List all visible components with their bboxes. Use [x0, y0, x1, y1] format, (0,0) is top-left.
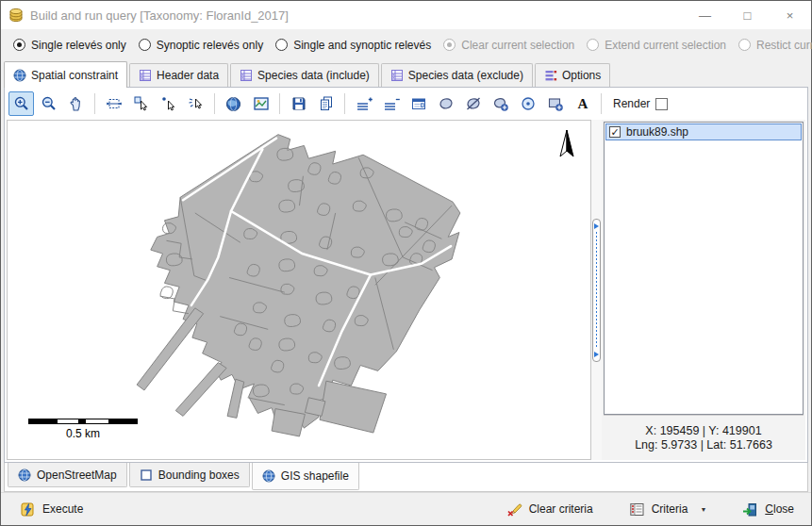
title-bar: Build and run query [Taxonomy: FloranId_…	[1, 1, 811, 29]
tab-spatial-constraint[interactable]: Spatial constraint	[4, 61, 127, 88]
toolbar-separator	[214, 93, 215, 114]
circle-point-icon	[520, 95, 537, 112]
window-title: Build and run query [Taxonomy: FloranId_…	[30, 8, 289, 23]
main-tabstrip: Spatial constraint Header data Species d…	[1, 60, 811, 87]
copy-button[interactable]	[313, 91, 339, 116]
tab-label: GIS shapefile	[281, 469, 349, 483]
deselect-button[interactable]	[183, 91, 208, 116]
point-tool-button[interactable]	[515, 91, 540, 116]
globe-icon	[225, 96, 241, 112]
radio-single-releves[interactable]: Single relevés only	[13, 39, 126, 52]
execute-icon	[20, 501, 36, 518]
tab-label: Spatial constraint	[31, 69, 118, 82]
globe-icon	[18, 468, 31, 482]
toolbar-separator	[94, 93, 95, 114]
globe-icon	[262, 469, 275, 483]
layer-item-bruuk89[interactable]: ✓ bruuk89.shp	[605, 123, 802, 140]
radio-label: Single relevés only	[31, 39, 126, 52]
save-button[interactable]	[286, 91, 311, 116]
radio-restrict-selection: Restict current selection	[738, 39, 812, 52]
zoom-out-icon	[41, 95, 58, 112]
spatial-constraint-page: A Render	[4, 87, 808, 463]
radio-circle	[587, 39, 599, 51]
pan-button[interactable]	[63, 91, 89, 116]
scale-bar-line	[28, 419, 138, 424]
database-icon	[8, 8, 24, 23]
tab-species-exclude[interactable]: Species data (exclude)	[381, 63, 533, 87]
image-add-button[interactable]	[542, 91, 568, 116]
polygon-add-button[interactable]	[488, 91, 513, 116]
form-window-icon	[410, 95, 427, 112]
layer-label: bruuk89.shp	[626, 125, 688, 139]
xy-coordinates: X: 195459 | Y: 419901	[645, 424, 761, 437]
button-label: Close	[765, 502, 794, 516]
close-dialog-button[interactable]: Close	[737, 498, 800, 521]
tab-label: Header data	[157, 69, 219, 82]
tab-bounding-boxes[interactable]: Bounding boxes	[129, 463, 250, 487]
select-rectangle-button[interactable]	[128, 91, 154, 116]
splitter-grip[interactable]	[592, 219, 601, 362]
radio-extend-selection: Extend current selection	[587, 39, 726, 52]
radio-synoptic-releves[interactable]: Synoptic relevés only	[139, 39, 263, 52]
radio-label: Restict current selection	[756, 39, 812, 52]
remove-layer-button[interactable]	[378, 91, 404, 116]
coordinate-status: X: 195459 | Y: 419901 Lng: 5.9733 | Lat:…	[604, 415, 804, 460]
tab-label: OpenStreetMap	[37, 468, 117, 482]
minimize-button[interactable]: —	[684, 1, 726, 29]
text-tool-icon: A	[574, 95, 591, 112]
polygon-button[interactable]	[433, 91, 458, 116]
radio-single-and-synoptic[interactable]: Single and synoptic relevés	[275, 39, 431, 52]
scale-bar: 0.5 km	[28, 419, 138, 440]
layer-list[interactable]: ✓ bruuk89.shp	[604, 122, 804, 415]
criteria-icon	[629, 501, 645, 518]
polygon-edit-button[interactable]	[460, 91, 486, 116]
bounding-box-icon	[140, 468, 153, 482]
criteria-dropdown-arrow-icon[interactable]: ▼	[700, 506, 706, 513]
radio-label: Extend current selection	[605, 39, 726, 52]
tab-openstreetmap[interactable]: OpenStreetMap	[8, 463, 127, 487]
tab-options[interactable]: Options	[535, 63, 610, 87]
table-icon	[240, 69, 253, 82]
tab-header-data[interactable]: Header data	[129, 63, 228, 87]
select-point-button[interactable]	[156, 91, 181, 116]
scale-bar-label: 0.5 km	[28, 427, 138, 440]
splitter-arrow-icon	[594, 352, 599, 357]
basemap-tabstrip: OpenStreetMap Bounding boxes GIS shapefi…	[4, 463, 808, 492]
toolbar-separator	[601, 93, 602, 114]
criteria-button[interactable]: Criteria ▼	[623, 498, 713, 521]
copy-icon	[318, 95, 335, 112]
deselect-icon	[188, 95, 205, 112]
button-label: Clear criteria	[529, 502, 593, 516]
tab-gis-shapefile[interactable]: GIS shapefile	[252, 463, 359, 490]
north-arrow-icon	[558, 128, 575, 160]
zoom-in-button[interactable]	[8, 91, 34, 116]
lines-minus-icon	[383, 95, 400, 112]
text-tool-button[interactable]: A	[570, 91, 595, 116]
select-point-icon	[160, 95, 177, 112]
panel-splitter[interactable]	[591, 120, 602, 460]
add-layer-button[interactable]	[351, 91, 376, 116]
maximize-button[interactable]: □	[726, 1, 769, 29]
layer-properties-button[interactable]	[406, 91, 431, 116]
toolbar-separator	[279, 93, 280, 114]
zoom-out-button[interactable]	[36, 91, 61, 116]
radio-label: Clear current selection	[461, 39, 574, 52]
clear-criteria-button[interactable]: Clear criteria	[501, 498, 599, 521]
toolbar-separator	[344, 93, 345, 114]
close-button[interactable]: ×	[769, 1, 811, 29]
zoom-extent-button[interactable]	[101, 91, 126, 116]
layer-checkbox[interactable]: ✓	[609, 126, 621, 138]
polygon-icon	[438, 95, 455, 112]
render-checkbox[interactable]	[655, 98, 668, 110]
radio-circle	[738, 39, 751, 51]
map-canvas[interactable]: 0.5 km	[7, 120, 591, 460]
pan-hand-icon	[68, 95, 85, 112]
tab-species-include[interactable]: Species data (include)	[230, 63, 379, 87]
world-button[interactable]	[221, 91, 246, 116]
tab-label: Bounding boxes	[158, 468, 240, 482]
tab-label: Species data (include)	[257, 69, 370, 82]
radio-clear-selection: Clear current selection	[443, 39, 574, 52]
lines-plus-icon	[356, 95, 373, 112]
map-image-button[interactable]	[248, 91, 273, 116]
execute-button[interactable]: Execute	[14, 498, 89, 521]
